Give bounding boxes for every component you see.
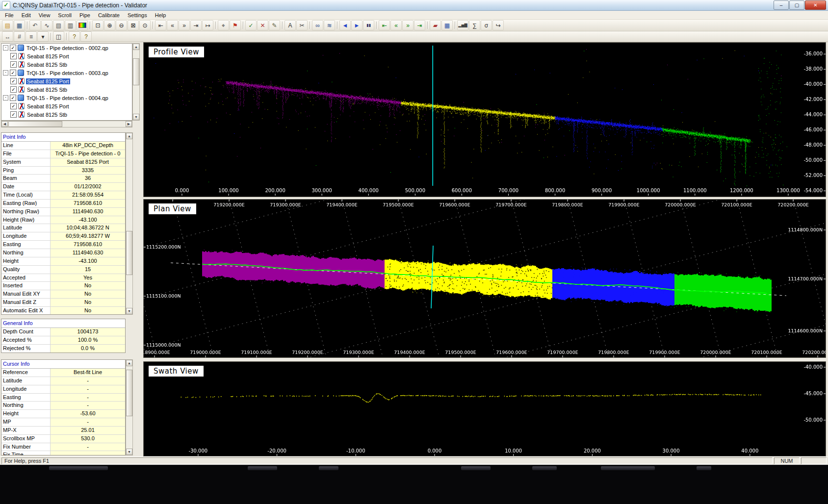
scroll-thumb[interactable] [8, 121, 62, 127]
display-mode-dropdown[interactable]: ▾ [37, 31, 49, 42]
tree-row[interactable]: -✓TrQI-15 - Pipe detection - 0004.qp [1, 94, 132, 102]
tree-item-label[interactable]: Seabat 8125 Stb [26, 87, 68, 93]
cut-tool-button[interactable]: ✂ [296, 20, 308, 30]
pick-tool-button[interactable]: ⌖ [218, 20, 229, 30]
tree-item-label[interactable]: Seabat 8125 Port [26, 53, 70, 59]
beam-bars-button[interactable]: ▥ [65, 20, 76, 30]
tree-checkbox[interactable]: ✓ [10, 53, 17, 59]
zoom-previous-button[interactable]: ⊙ [139, 20, 151, 30]
swath-canvas[interactable] [144, 362, 826, 456]
minimize-button[interactable]: – [774, 0, 789, 10]
menu-edit[interactable]: Edit [18, 11, 35, 19]
sum-stats-button[interactable]: ∑ [469, 20, 480, 30]
save-button[interactable]: ▦ [14, 20, 25, 30]
point-info-scrollbar[interactable]: ▲▼ [126, 132, 133, 315]
scroll-up-button[interactable]: ▲ [126, 360, 132, 366]
taskbar-button[interactable] [49, 466, 108, 470]
flag-marker-button[interactable]: ⚑ [230, 20, 241, 30]
tree-row[interactable]: ✓Seabat 8125 Port [1, 52, 132, 60]
open-button[interactable]: ▤ [2, 20, 13, 30]
spline-fit-button[interactable]: ≋ [324, 20, 335, 30]
zoom-in-button[interactable]: ⊕ [104, 20, 115, 30]
tree-checkbox[interactable]: ✓ [10, 111, 17, 118]
tree-item-label[interactable]: Seabat 8125 Stb [26, 112, 68, 118]
tree-checkbox[interactable]: ✓ [10, 86, 17, 93]
profile-chart-button[interactable]: ▰ [430, 20, 441, 30]
tree-item-label[interactable]: TrQI-15 - Pipe detection - 0002.qp [26, 45, 109, 51]
sync-views-button[interactable]: ◫ [53, 31, 64, 42]
pause-button[interactable]: ▮▮ [363, 20, 374, 30]
tree-checkbox[interactable]: ✓ [10, 103, 17, 109]
tree-row[interactable]: -✓TrQI-15 - Pipe detection - 0003.qp [1, 69, 132, 77]
next-ping-button[interactable]: » [402, 20, 414, 30]
scroll-thumb[interactable] [133, 58, 139, 85]
scroll-up-button[interactable]: ▲ [126, 133, 132, 139]
tree-checkbox[interactable]: ✓ [10, 45, 16, 51]
tree-row[interactable]: ✓Seabat 8125 Stb [1, 110, 132, 119]
tree-vertical-scrollbar[interactable]: ▲▼ [132, 43, 140, 121]
taskbar-button[interactable] [601, 466, 655, 470]
text-annotate-button[interactable]: A [285, 20, 296, 30]
tree-expand-icon[interactable]: - [3, 70, 8, 76]
first-ping-button[interactable]: ⇤ [379, 20, 390, 30]
last-profile-button[interactable]: ⇥ [190, 20, 202, 30]
insert-point-button[interactable]: ✎ [269, 20, 280, 30]
context-help-button[interactable]: ? [80, 31, 92, 42]
fast-rewind-button[interactable]: « [167, 20, 178, 30]
tree-row[interactable]: -✓TrQI-15 - Pipe detection - 0002.qp [1, 44, 132, 52]
scroll-down-button[interactable]: ▼ [133, 114, 139, 120]
export-button[interactable]: ↪ [492, 20, 504, 30]
taskbar-button[interactable] [697, 466, 711, 470]
scroll-thumb[interactable] [126, 370, 132, 416]
play-forward-button[interactable]: ► [351, 20, 362, 30]
tree-item-label[interactable]: TrQI-15 - Pipe detection - 0004.qp [26, 95, 109, 101]
play-reverse-button[interactable]: ◄ [339, 20, 351, 30]
layers-button[interactable]: ≡ [26, 31, 37, 42]
scroll-left-button[interactable]: ◀ [1, 121, 8, 127]
sigma-stats-button[interactable]: σ [481, 20, 492, 30]
tree-row[interactable]: ✓Seabat 8125 Port [1, 102, 132, 110]
tree-row[interactable]: ✓Seabat 8125 Stb [1, 60, 132, 69]
tree-item-label[interactable]: Seabat 8125 Stb [26, 62, 68, 68]
scroll-down-button[interactable]: ▼ [126, 308, 132, 314]
reject-points-button[interactable]: ✕ [257, 20, 268, 30]
prev-ping-button[interactable]: « [390, 20, 402, 30]
undo-button[interactable]: ↶ [29, 20, 41, 30]
tree-checkbox[interactable]: ✓ [10, 78, 17, 84]
tree-expand-icon[interactable]: - [3, 45, 8, 50]
scroll-down-button[interactable]: ▼ [126, 449, 132, 455]
profile-canvas[interactable] [144, 43, 826, 197]
menu-help[interactable]: Help [151, 11, 170, 19]
tree-horizontal-scrollbar[interactable]: ◀▶ [1, 121, 132, 127]
file-tree[interactable]: -✓TrQI-15 - Pipe detection - 0002.qp✓Sea… [1, 43, 132, 121]
goto-profile-button[interactable]: ↦ [202, 20, 213, 30]
menu-scroll[interactable]: Scroll [54, 11, 76, 19]
taskbar-button[interactable] [319, 466, 338, 470]
color-scale-button[interactable] [77, 20, 88, 30]
block-edit-button[interactable]: ▧ [53, 20, 64, 30]
pan-tool-button[interactable]: ↔ [2, 31, 13, 42]
plan-canvas[interactable] [144, 200, 826, 357]
tree-expand-icon[interactable]: - [3, 95, 8, 101]
maximize-button[interactable]: ▢ [789, 0, 804, 10]
menu-calibrate[interactable]: Calibrate [94, 11, 124, 19]
link-profiles-button[interactable]: ∞ [312, 20, 323, 30]
scroll-thumb[interactable] [126, 231, 132, 275]
zoom-out-button[interactable]: ⊖ [116, 20, 127, 30]
zoom-window-button[interactable]: ⊡ [92, 20, 104, 30]
fast-forward-button[interactable]: » [179, 20, 190, 30]
tree-row[interactable]: ✓Seabat 8125 Port [1, 77, 132, 85]
taskbar-button[interactable] [248, 466, 277, 470]
tree-item-label[interactable]: Seabat 8125 Port [26, 103, 70, 109]
accept-points-button[interactable]: ✓ [245, 20, 257, 30]
cursor-info-scrollbar[interactable]: ▲▼ [126, 359, 133, 455]
taskbar-button[interactable] [532, 466, 557, 470]
tree-item-label[interactable]: Seabat 8125 Port [26, 78, 70, 84]
tree-checkbox[interactable]: ✓ [10, 95, 16, 101]
histogram-button[interactable]: ▂▅▇ [457, 20, 468, 30]
taskbar-button[interactable] [461, 466, 491, 470]
scroll-right-button[interactable]: ▶ [126, 121, 132, 127]
matrix-view-button[interactable]: ▦ [441, 20, 453, 30]
help-button[interactable]: ? [69, 31, 80, 42]
smooth-profile-button[interactable]: ∿ [41, 20, 52, 30]
